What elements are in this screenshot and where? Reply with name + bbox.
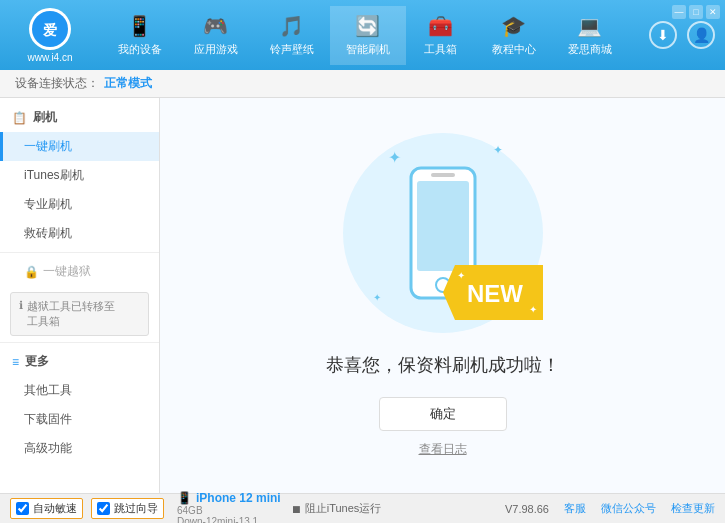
content-area: ✦ ✦ ✦ NEW ✦ ✦ xyxy=(160,98,725,493)
device-storage: 64GB xyxy=(177,505,281,516)
header-right: ⬇ 👤 xyxy=(649,21,715,49)
logo: 爱 www.i4.cn xyxy=(10,8,90,63)
nav-my-device[interactable]: 📱 我的设备 xyxy=(102,6,178,65)
sidebar-divider-1 xyxy=(0,252,159,253)
nav-ringtones[interactable]: 🎵 铃声壁纸 xyxy=(254,6,330,65)
toolbox-label: 工具箱 xyxy=(424,42,457,57)
more-section-label: 更多 xyxy=(25,353,49,370)
logo-text: www.i4.cn xyxy=(27,52,72,63)
my-device-label: 我的设备 xyxy=(118,42,162,57)
nav-toolbox[interactable]: 🧰 工具箱 xyxy=(406,6,476,65)
bottom-bar: 自动敏速 跳过向导 📱 iPhone 12 mini 64GB Down-12m… xyxy=(0,493,725,523)
download-button[interactable]: ⬇ xyxy=(649,21,677,49)
maximize-button[interactable]: □ xyxy=(689,5,703,19)
sidebar-divider-2 xyxy=(0,342,159,343)
sidebar-notice: ℹ 越狱工具已转移至工具箱 xyxy=(10,292,149,336)
sidebar-item-one-click-flash[interactable]: 一键刷机 xyxy=(0,132,159,161)
confirm-button[interactable]: 确定 xyxy=(379,397,507,431)
status-value: 正常模式 xyxy=(104,75,152,92)
service-link[interactable]: 客服 xyxy=(564,501,586,516)
sidebar: 📋 刷机 一键刷机 iTunes刷机 专业刷机 救砖刷机 🔒 一键越狱 ℹ 越狱… xyxy=(0,98,160,493)
device-info: 📱 iPhone 12 mini 64GB Down-12mini-13,1 xyxy=(177,491,281,524)
device-model: Down-12mini-13,1 xyxy=(177,516,281,524)
update-link[interactable]: 检查更新 xyxy=(671,501,715,516)
sidebar-item-other-tools[interactable]: 其他工具 xyxy=(0,376,159,405)
skip-wizard-checkbox[interactable] xyxy=(97,502,110,515)
header: — □ ✕ 爱 www.i4.cn 📱 我的设备 🎮 应用游戏 🎵 铃声壁纸 🔄… xyxy=(0,0,725,70)
main-layout: 📋 刷机 一键刷机 iTunes刷机 专业刷机 救砖刷机 🔒 一键越狱 ℹ 越狱… xyxy=(0,98,725,493)
status-bar: 设备连接状态： 正常模式 xyxy=(0,70,725,98)
device-phone-icon: 📱 xyxy=(177,491,192,505)
auto-flash-checkbox[interactable] xyxy=(16,502,29,515)
sidebar-section-more: ≡ 更多 xyxy=(0,347,159,376)
sidebar-item-pro-flash[interactable]: 专业刷机 xyxy=(0,190,159,219)
minimize-button[interactable]: — xyxy=(672,5,686,19)
notice-icon: ℹ xyxy=(19,299,23,312)
svg-text:✦: ✦ xyxy=(529,304,537,315)
store-icon: 💻 xyxy=(577,14,602,38)
ringtones-label: 铃声壁纸 xyxy=(270,42,314,57)
auto-flash-label: 自动敏速 xyxy=(33,501,77,516)
svg-text:NEW: NEW xyxy=(467,280,523,307)
device-name-row: 📱 iPhone 12 mini xyxy=(177,491,281,505)
flash-section-label: 刷机 xyxy=(33,109,57,126)
new-badge: NEW ✦ ✦ xyxy=(443,265,543,323)
auto-flash-checkbox-label[interactable]: 自动敏速 xyxy=(10,498,83,519)
smart-flash-icon: 🔄 xyxy=(355,14,380,38)
store-label: 爱思商城 xyxy=(568,42,612,57)
illustration: ✦ ✦ ✦ NEW ✦ ✦ xyxy=(333,133,553,333)
stop-itunes[interactable]: ⏹ 阻止iTunes运行 xyxy=(291,501,382,516)
svg-rect-3 xyxy=(417,181,469,271)
sidebar-item-jailbreak-disabled: 🔒 一键越狱 xyxy=(0,257,159,286)
sidebar-section-flash: 📋 刷机 xyxy=(0,103,159,132)
smart-flash-label: 智能刷机 xyxy=(346,42,390,57)
sidebar-item-download-firmware[interactable]: 下载固件 xyxy=(0,405,159,434)
status-label: 设备连接状态： xyxy=(15,75,99,92)
success-message: 恭喜您，保资料刷机成功啦！ xyxy=(326,353,560,377)
sidebar-item-itunes-flash[interactable]: iTunes刷机 xyxy=(0,161,159,190)
sidebar-item-advanced[interactable]: 高级功能 xyxy=(0,434,159,463)
apps-label: 应用游戏 xyxy=(194,42,238,57)
bottom-left: 自动敏速 跳过向导 📱 iPhone 12 mini 64GB Down-12m… xyxy=(10,491,281,524)
log-link[interactable]: 查看日志 xyxy=(419,441,467,458)
svg-text:爱: 爱 xyxy=(43,22,57,38)
sparkle-1: ✦ xyxy=(388,148,401,167)
bottom-right: V7.98.66 客服 微信公众号 检查更新 xyxy=(505,501,715,516)
svg-rect-5 xyxy=(431,173,455,177)
close-button[interactable]: ✕ xyxy=(706,5,720,19)
flash-section-icon: 📋 xyxy=(12,111,27,125)
logo-icon: 爱 xyxy=(29,8,71,50)
svg-text:✦: ✦ xyxy=(457,270,465,281)
apps-icon: 🎮 xyxy=(203,14,228,38)
lock-icon: 🔒 xyxy=(24,265,39,279)
sparkle-3: ✦ xyxy=(373,292,381,303)
my-device-icon: 📱 xyxy=(127,14,152,38)
nav-bar: 📱 我的设备 🎮 应用游戏 🎵 铃声壁纸 🔄 智能刷机 🧰 工具箱 🎓 教程中心… xyxy=(90,6,639,65)
version-text: V7.98.66 xyxy=(505,503,549,515)
nav-apps[interactable]: 🎮 应用游戏 xyxy=(178,6,254,65)
stop-icon: ⏹ xyxy=(291,503,302,515)
skip-wizard-label: 跳过向导 xyxy=(114,501,158,516)
skip-wizard-checkbox-label[interactable]: 跳过向导 xyxy=(91,498,164,519)
sparkle-2: ✦ xyxy=(493,143,503,157)
ringtones-icon: 🎵 xyxy=(279,14,304,38)
device-name: iPhone 12 mini xyxy=(196,491,281,505)
more-section-icon: ≡ xyxy=(12,355,19,369)
nav-tutorial[interactable]: 🎓 教程中心 xyxy=(476,6,552,65)
window-controls: — □ ✕ xyxy=(672,5,720,19)
wechat-link[interactable]: 微信公众号 xyxy=(601,501,656,516)
tutorial-icon: 🎓 xyxy=(501,14,526,38)
nav-store[interactable]: 💻 爱思商城 xyxy=(552,6,628,65)
tutorial-label: 教程中心 xyxy=(492,42,536,57)
nav-smart-flash[interactable]: 🔄 智能刷机 xyxy=(330,6,406,65)
toolbox-icon: 🧰 xyxy=(428,14,453,38)
user-button[interactable]: 👤 xyxy=(687,21,715,49)
sidebar-item-dfu-flash[interactable]: 救砖刷机 xyxy=(0,219,159,248)
